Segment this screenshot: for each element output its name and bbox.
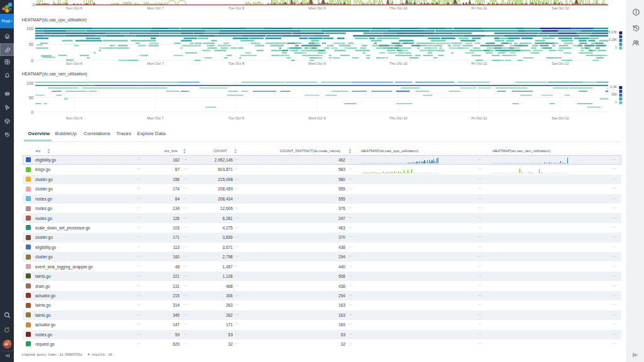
svg-text:Sat Oct 12: Sat Oct 12 [552, 6, 569, 10]
svg-text:Thu Oct 10: Thu Oct 10 [389, 6, 408, 10]
svg-text:Sat Oct 12: Sat Oct 12 [552, 62, 569, 65]
svg-text:Wed Oct 9: Wed Oct 9 [308, 116, 325, 120]
svg-text:Sun Oct 6: Sun Oct 6 [66, 62, 82, 65]
svg-text:Mon Oct 7: Mon Oct 7 [147, 62, 164, 65]
svg-text:Thu Oct 10: Thu Oct 10 [389, 62, 408, 65]
svg-text:0: 0 [32, 3, 35, 7]
svg-text:100: 100 [26, 26, 33, 31]
svg-text:50: 50 [29, 42, 34, 47]
svg-text:Tue Oct 8: Tue Oct 8 [228, 62, 244, 65]
svg-text:Tue Oct 8: Tue Oct 8 [228, 6, 244, 10]
svg-text:Mon Oct 7: Mon Oct 7 [147, 116, 164, 120]
svg-text:Wed Oct 9: Wed Oct 9 [308, 6, 325, 10]
svg-text:Sun Oct 6: Sun Oct 6 [66, 6, 82, 10]
svg-text:Fri Oct 11: Fri Oct 11 [471, 116, 487, 120]
svg-text:2.15K: 2.15K [608, 38, 617, 41]
svg-text:5.37K: 5.37K [608, 30, 617, 34]
svg-text:Wed Oct 9: Wed Oct 9 [308, 62, 325, 65]
svg-text:100: 100 [26, 81, 33, 85]
svg-text:Tue Oct 8: Tue Oct 8 [228, 116, 244, 120]
svg-text:1: 1 [615, 45, 617, 49]
svg-text:Fri Oct 11: Fri Oct 11 [471, 62, 487, 65]
svg-text:920: 920 [611, 92, 617, 96]
svg-text:Sat Oct 12: Sat Oct 12 [552, 116, 569, 120]
svg-text:1: 1 [615, 100, 617, 104]
svg-text:2.3K: 2.3K [610, 85, 617, 89]
svg-text:0: 0 [31, 58, 33, 63]
svg-text:50: 50 [29, 96, 34, 100]
svg-text:0: 0 [31, 110, 33, 114]
svg-text:Fri Oct 11: Fri Oct 11 [471, 6, 487, 10]
svg-text:Thu Oct 10: Thu Oct 10 [389, 116, 408, 120]
svg-text:Mon Oct 7: Mon Oct 7 [147, 6, 164, 10]
svg-text:Sun Oct 6: Sun Oct 6 [66, 116, 82, 120]
svg-text:h: h [9, 7, 11, 11]
